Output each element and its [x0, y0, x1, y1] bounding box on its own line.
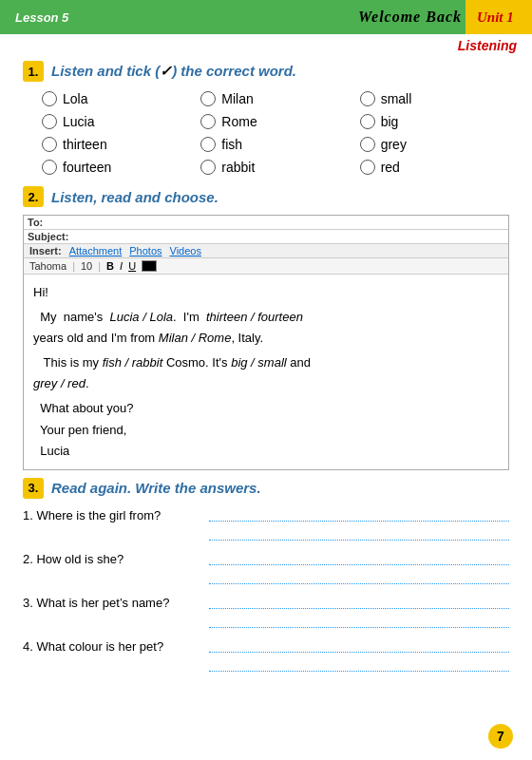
- radio-grey[interactable]: [360, 137, 375, 152]
- welcome-text: Welcome Back: [358, 9, 462, 26]
- qa-item-4: 4. What colour is her pet?: [23, 637, 509, 672]
- email-underline-btn[interactable]: U: [128, 260, 136, 272]
- lesson-text: Lesson 5: [15, 10, 68, 25]
- answer-line-4a[interactable]: [209, 637, 509, 653]
- section3-title: Read again. Write the answers.: [51, 480, 261, 496]
- section1-title: Listen and tick (✓) the correct word.: [51, 63, 296, 80]
- email-body-line6: What about you?: [33, 398, 499, 419]
- section3-header: 3. Read again. Write the answers.: [23, 478, 509, 499]
- word-grid: Lola Milan small Lucia Rome big thirteen: [42, 89, 509, 177]
- email-insert-row: Insert: Attachment Photos Videos: [24, 244, 508, 258]
- word-item-rome[interactable]: Rome: [200, 112, 350, 131]
- email-to-row: To:: [24, 216, 508, 230]
- email-compose-box: To: Subject: Insert: Attachment Photos V…: [23, 215, 509, 470]
- email-italic-btn[interactable]: I: [120, 260, 123, 272]
- email-insert-label: Insert:: [29, 245, 62, 256]
- answer-line-1b[interactable]: [209, 525, 509, 541]
- answer-line-3b[interactable]: [209, 613, 509, 628]
- section2-number: 2.: [23, 186, 44, 207]
- email-font-selector[interactable]: Tahoma: [29, 260, 66, 272]
- email-size-selector[interactable]: 10: [81, 260, 92, 272]
- email-body-line7: Your pen friend,: [33, 420, 499, 441]
- word-item-fish[interactable]: fish: [200, 135, 350, 154]
- radio-big[interactable]: [360, 114, 375, 129]
- answer-line-2b[interactable]: [209, 569, 509, 584]
- radio-rome[interactable]: [200, 114, 216, 129]
- email-body-line5: grey / red.: [33, 373, 499, 394]
- email-body-line8: Lucia: [33, 441, 499, 462]
- unit-label: Unit 1: [466, 0, 532, 34]
- word-item-milan[interactable]: Milan: [200, 89, 350, 108]
- answer-lines-2: [209, 550, 509, 584]
- question-3: 3. What is her pet’s name?: [23, 594, 203, 610]
- word-item-rabbit[interactable]: rabbit: [200, 158, 350, 177]
- radio-lola[interactable]: [42, 91, 57, 106]
- email-attachment-btn[interactable]: Attachment: [69, 245, 123, 256]
- email-to-label: To:: [28, 217, 43, 228]
- email-videos-btn[interactable]: Videos: [170, 245, 201, 256]
- answer-lines-3: [209, 594, 509, 628]
- main-content: 1. Listen and tick (✓) the correct word.…: [0, 61, 532, 672]
- radio-thirteen[interactable]: [42, 137, 57, 152]
- email-body-line3: years old and I'm from Milan / Rome, Ita…: [33, 328, 499, 349]
- email-subject-row: Subject:: [24, 230, 508, 244]
- answer-line-4b[interactable]: [209, 656, 509, 672]
- answer-line-3a[interactable]: [209, 594, 509, 609]
- word-item-lola[interactable]: Lola: [42, 89, 191, 108]
- radio-fish[interactable]: [200, 137, 216, 152]
- word-item-red[interactable]: red: [360, 158, 509, 177]
- qa-section: 1. Where is the girl from? 2. How old is…: [23, 506, 509, 672]
- section1-number: 1.: [23, 61, 44, 82]
- qa-item-1: 1. Where is the girl from?: [23, 506, 509, 541]
- radio-small[interactable]: [360, 91, 375, 106]
- lesson-label: Lesson 5: [0, 0, 86, 34]
- section2-title: Listen, read and choose.: [51, 189, 218, 205]
- email-body-line1: Hi!: [33, 282, 499, 303]
- email-photos-btn[interactable]: Photos: [129, 245, 162, 256]
- word-item-thirteen[interactable]: thirteen: [42, 135, 191, 154]
- page-number: 7: [488, 724, 513, 749]
- radio-lucia[interactable]: [42, 114, 57, 129]
- email-color-btn[interactable]: [142, 260, 157, 272]
- email-format-row: Tahoma | 10 | B I U: [24, 258, 508, 275]
- welcome-banner: Welcome Back: [86, 0, 466, 34]
- email-body: Hi! My name's Lucia / Lola. I'm thirteen…: [24, 275, 508, 469]
- email-bold-btn[interactable]: B: [106, 260, 114, 272]
- email-subject-label: Subject:: [28, 231, 68, 242]
- answer-line-1a[interactable]: [209, 506, 509, 522]
- word-item-lucia[interactable]: Lucia: [42, 112, 191, 131]
- radio-red[interactable]: [360, 160, 375, 175]
- answer-lines-1: [209, 506, 509, 541]
- email-body-line4: This is my fish / rabbit Cosmo. It's big…: [33, 352, 499, 373]
- question-1: 1. Where is the girl from?: [23, 506, 203, 522]
- radio-fourteen[interactable]: [42, 160, 57, 175]
- question-2: 2. How old is she?: [23, 550, 203, 566]
- listening-label: Listening: [0, 34, 532, 55]
- word-item-grey[interactable]: grey: [360, 135, 509, 154]
- word-item-big[interactable]: big: [360, 112, 509, 131]
- section2-header: 2. Listen, read and choose.: [23, 186, 509, 207]
- radio-rabbit[interactable]: [200, 160, 216, 175]
- email-body-line2: My name's Lucia / Lola. I'm thirteen / f…: [33, 307, 499, 328]
- qa-item-3: 3. What is her pet’s name?: [23, 594, 509, 628]
- unit-text: Unit 1: [477, 10, 514, 26]
- word-item-small[interactable]: small: [360, 89, 509, 108]
- question-4: 4. What colour is her pet?: [23, 637, 203, 654]
- answer-lines-4: [209, 637, 509, 672]
- word-item-fourteen[interactable]: fourteen: [42, 158, 191, 177]
- section1-header: 1. Listen and tick (✓) the correct word.: [23, 61, 509, 82]
- page-header: Lesson 5 Welcome Back Unit 1: [0, 0, 532, 34]
- qa-item-2: 2. How old is she?: [23, 550, 509, 584]
- answer-line-2a[interactable]: [209, 550, 509, 565]
- section3-number: 3.: [23, 478, 44, 499]
- radio-milan[interactable]: [200, 91, 216, 106]
